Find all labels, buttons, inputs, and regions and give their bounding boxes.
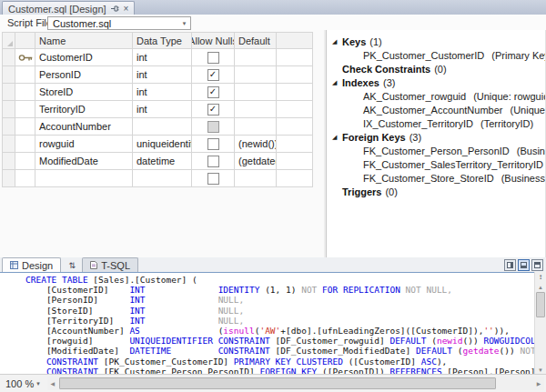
tree-section-count: (0) <box>434 64 446 75</box>
zoom-level-dropdown[interactable]: 100 % ▾ <box>0 378 46 389</box>
tree-section-triggers[interactable]: Triggers(0) <box>327 185 545 198</box>
grid-header-allow-nulls[interactable]: Allow Nulls <box>192 33 235 49</box>
tree-item[interactable]: AK_Customer_rowguid(Unique: rowguid) <box>327 89 545 103</box>
data-type-cell[interactable]: int <box>133 101 192 118</box>
grid-header-extra-cell <box>277 33 313 49</box>
tree-expand-icon[interactable]: ◢ <box>327 38 342 45</box>
row-icon-cell <box>15 66 35 84</box>
chevron-down-icon: ▾ <box>178 20 190 27</box>
allow-nulls-checkbox[interactable] <box>207 52 219 64</box>
default-value-cell[interactable]: (newid()) <box>235 136 277 153</box>
grid-header-default[interactable]: Default <box>235 33 277 49</box>
tree-section-count: (0) <box>385 186 397 197</box>
default-value-cell[interactable] <box>235 118 277 136</box>
toolbar: Script File: Customer.sql ▾ <box>0 15 546 30</box>
column-name-cell[interactable]: CustomerID <box>35 49 133 66</box>
pin-icon[interactable] <box>111 4 119 15</box>
default-value-cell[interactable] <box>235 101 277 118</box>
allow-nulls-checkbox[interactable] <box>207 156 219 167</box>
table-objects-panel: ◢Keys(1)PK_Customer_CustomerID(Primary K… <box>326 30 546 257</box>
tab-tsql[interactable]: T-SQL <box>82 257 138 272</box>
row-selector[interactable] <box>3 136 15 153</box>
scroll-up-icon[interactable]: ▲ <box>538 283 543 292</box>
default-value-cell[interactable] <box>235 49 277 66</box>
grid-header-data-type[interactable]: Data Type <box>133 33 192 49</box>
column-name-cell[interactable]: ModifiedDate <box>35 153 133 170</box>
close-icon[interactable]: × <box>124 5 129 14</box>
allow-nulls-cell <box>192 136 235 153</box>
horizontal-scroll-thumb[interactable] <box>59 377 496 389</box>
tree-item[interactable]: FK_Customer_SalesTerritory_TerritoryID(T… <box>327 157 545 171</box>
tree-item[interactable]: AK_Customer_AccountNumber(Unique: Accoun… <box>327 103 545 116</box>
tree-item[interactable]: PK_Customer_CustomerID(Primary Key, Clus… <box>327 48 545 62</box>
tree-expand-icon[interactable]: ◢ <box>327 134 342 141</box>
data-type-cell[interactable] <box>133 170 192 187</box>
row-selector[interactable] <box>3 118 15 136</box>
split-horizontal-button[interactable] <box>518 259 530 271</box>
code-line: [PersonID] INT NULL, <box>25 295 535 305</box>
tree-section-foreign-keys[interactable]: ◢Foreign Keys(3) <box>327 130 545 144</box>
vertical-scroll-thumb[interactable] <box>536 292 545 317</box>
data-type-cell[interactable]: int <box>133 84 192 101</box>
default-value-cell[interactable] <box>235 84 277 101</box>
script-file-dropdown[interactable]: Customer.sql ▾ <box>47 16 191 30</box>
tree-expand-icon[interactable]: ◢ <box>327 79 342 86</box>
select-all-corner[interactable] <box>3 33 15 49</box>
splitter-grip-icon[interactable]: ↕ <box>539 272 542 283</box>
expand-pane-button[interactable] <box>531 259 543 271</box>
tree-section-indexes[interactable]: ◢Indexes(3) <box>327 75 545 89</box>
default-value-cell[interactable] <box>235 66 277 84</box>
tsql-code-editor[interactable]: CREATE TABLE [Sales].[Customer] ( [Custo… <box>0 272 535 375</box>
data-type-cell[interactable]: uniqueidentifier <box>133 136 192 153</box>
grid-header-row: NameData TypeAllow NullsDefault <box>3 33 313 49</box>
tree-section-label: Triggers <box>342 186 381 197</box>
row-selector[interactable] <box>3 84 15 101</box>
tree-item[interactable]: IX_Customer_TerritoryID(TerritoryID) <box>327 116 545 130</box>
row-selector[interactable] <box>3 153 15 170</box>
row-selector[interactable] <box>3 49 15 66</box>
tree-item-detail: (Unique: AccountNum <box>510 105 546 116</box>
split-vertical-button[interactable] <box>504 259 516 271</box>
data-type-cell[interactable]: int <box>133 49 192 66</box>
row-selector[interactable] <box>3 170 15 187</box>
scroll-right-icon[interactable]: ▶ <box>533 380 544 387</box>
extra-cell <box>277 49 313 66</box>
grid-header-name[interactable]: Name <box>35 33 133 49</box>
tree-section-check-constraints[interactable]: Check Constraints(0) <box>327 62 545 75</box>
column-name-cell[interactable]: AccountNumber <box>35 118 133 136</box>
tree-item[interactable]: FK_Customer_Person_PersonID(BusinessEnti… <box>327 144 545 157</box>
vertical-scrollbar[interactable]: ↕ ▲ ▼ <box>534 272 546 375</box>
tree-item-name: PK_Customer_CustomerID <box>363 50 484 61</box>
column-name-cell[interactable] <box>35 170 133 187</box>
designer-icon <box>10 261 18 269</box>
data-type-cell[interactable]: datetime <box>133 153 192 170</box>
allow-nulls-checkbox[interactable] <box>207 121 219 133</box>
document-tab-strip: Customer.sql [Design] × <box>0 0 546 15</box>
horizontal-scrollbar[interactable]: ◀ ▶ <box>47 377 544 390</box>
default-value-cell[interactable]: (getdate()) <box>235 153 277 170</box>
allow-nulls-checkbox[interactable] <box>207 138 219 150</box>
allow-nulls-checkbox[interactable] <box>207 173 219 185</box>
tab-design[interactable]: Design <box>2 257 61 272</box>
allow-nulls-checkbox[interactable]: ✓ <box>207 86 219 98</box>
row-selector[interactable] <box>3 66 15 84</box>
row-selector[interactable] <box>3 101 15 118</box>
column-name-cell[interactable]: TerritoryID <box>35 101 133 118</box>
document-tab[interactable]: Customer.sql [Design] × <box>2 1 135 15</box>
column-name-cell[interactable]: PersonID <box>35 66 133 84</box>
swap-panes-button[interactable]: ⇅ <box>64 259 80 272</box>
tree-item[interactable]: FK_Customer_Store_StoreID(BusinessEntity… <box>327 171 545 185</box>
allow-nulls-checkbox[interactable]: ✓ <box>207 104 219 116</box>
tree-section-keys[interactable]: ◢Keys(1) <box>327 35 545 48</box>
scroll-left-icon[interactable]: ◀ <box>47 380 58 387</box>
tree-item-detail: (Unique: rowguid) <box>473 91 546 102</box>
column-name-cell[interactable]: rowguid <box>35 136 133 153</box>
data-type-cell[interactable]: int <box>133 66 192 84</box>
default-value-cell[interactable] <box>235 170 277 187</box>
tree-item-name: AK_Customer_AccountNumber <box>363 105 502 116</box>
primary-key-icon <box>15 49 35 66</box>
tab-design-label: Design <box>22 260 53 271</box>
allow-nulls-checkbox[interactable]: ✓ <box>207 69 219 81</box>
data-type-cell[interactable] <box>133 118 192 136</box>
column-name-cell[interactable]: StoreID <box>35 84 133 101</box>
